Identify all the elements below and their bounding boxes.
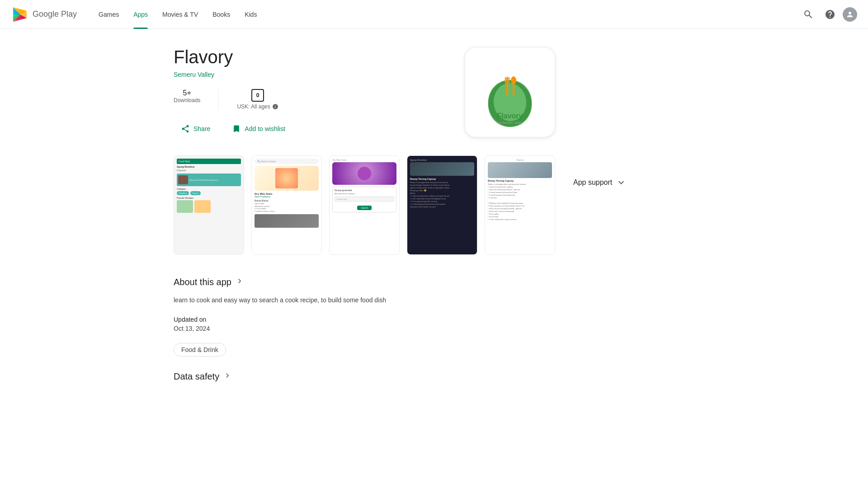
wishlist-button[interactable]: Add to wishlist (225, 121, 292, 137)
updated-date: Oct 13, 2024 (174, 325, 555, 332)
wishlist-icon (232, 124, 241, 133)
about-arrow[interactable] (235, 277, 244, 288)
app-info-section: Flavory Semeru Valley 5+ Downloads 0 USK… (174, 47, 555, 137)
usk-stat: 0 USK: All ages (237, 89, 278, 110)
stats-divider (218, 89, 219, 110)
share-button[interactable]: Share (174, 121, 217, 137)
share-icon (181, 124, 190, 133)
nav-item-kids[interactable]: Kids (237, 0, 264, 29)
content-layout: Flavory Semeru Valley 5+ Downloads 0 USK… (174, 47, 694, 389)
usk-badge: 0 (251, 89, 264, 102)
app-details: Flavory Semeru Valley 5+ Downloads 0 USK… (174, 47, 447, 137)
content-main: Flavory Semeru Valley 5+ Downloads 0 USK… (174, 47, 555, 389)
info-icon (272, 103, 278, 110)
screenshot-2[interactable]: 🔍 Search recipes Dry Mee Siam Asian Food… (251, 155, 322, 255)
svg-text:by Semeru Valley: by Semeru Valley (498, 121, 523, 125)
app-title: Flavory (174, 47, 447, 67)
app-stats: 5+ Downloads 0 USK: All ages (174, 89, 447, 110)
data-safety-title: Data safety (174, 371, 219, 382)
data-safety-section: Data safety (174, 371, 555, 382)
downloads-value: 5+ (183, 89, 191, 97)
about-header: About this app (174, 277, 555, 288)
screenshot-3[interactable]: Dry Mee Siam Resep generated Masukan Nam… (329, 155, 400, 255)
downloads-stat: 5+ Downloads (174, 89, 200, 110)
nav-item-books[interactable]: Books (205, 0, 237, 29)
svg-text:Flavory: Flavory (497, 112, 523, 120)
play-logo-icon (11, 5, 29, 23)
updated-section: Updated on Oct 13, 2024 (174, 316, 555, 332)
data-safety-arrow[interactable] (223, 371, 232, 382)
share-label: Share (193, 125, 210, 132)
category-tag[interactable]: Food & Drink (174, 343, 226, 357)
app-icon-container: Flavory by Semeru Valley (465, 47, 555, 137)
screenshot-5[interactable]: Flavory Resep Terong Capcay Bahan ini me… (485, 155, 555, 255)
logo-text: Google Play (33, 9, 77, 19)
help-icon (825, 9, 835, 20)
google-play-logo[interactable]: Google Play (11, 5, 77, 23)
help-button[interactable] (821, 5, 839, 23)
avatar-icon (846, 10, 854, 19)
screenshot-4[interactable]: Agung Rumekse Resep Terong Capcay Resep … (407, 155, 477, 255)
support-header[interactable]: App support (573, 174, 718, 192)
nav-item-movies[interactable]: Movies & TV (155, 0, 205, 29)
action-buttons: Share Add to wishlist (174, 121, 447, 137)
usk-info: USK: All ages (237, 103, 278, 110)
search-button[interactable] (799, 5, 817, 23)
app-support-section: App support (573, 174, 718, 192)
downloads-label: Downloads (174, 97, 200, 103)
app-developer[interactable]: Semeru Valley (174, 71, 447, 78)
nav-item-apps[interactable]: Apps (126, 0, 155, 29)
svg-point-13 (511, 76, 516, 84)
nav-item-games[interactable]: Games (91, 0, 126, 29)
user-avatar[interactable] (843, 7, 857, 22)
app-icon: Flavory by Semeru Valley (465, 47, 555, 137)
support-chevron-icon (616, 177, 627, 188)
data-safety-header: Data safety (174, 371, 555, 382)
data-safety-arrow-icon (223, 371, 232, 380)
app-description: learn to cook and easy way to search a c… (174, 295, 555, 305)
screenshots-section: Good Night Agung Rumekse Featured Barbec… (174, 155, 555, 258)
main-content: Flavory Semeru Valley 5+ Downloads 0 USK… (163, 29, 705, 408)
arrow-right-icon (235, 277, 244, 286)
about-section: About this app learn to cook and easy wa… (174, 277, 555, 357)
usk-label: USK: All ages (237, 103, 270, 110)
screenshot-1[interactable]: Good Night Agung Rumekse Featured Barbec… (174, 155, 244, 255)
wishlist-label: Add to wishlist (245, 125, 285, 132)
about-title: About this app (174, 277, 231, 287)
header: Google Play Games Apps Movies & TV Books… (0, 0, 868, 29)
flavory-logo-icon: Flavory by Semeru Valley (474, 52, 546, 133)
search-icon (803, 9, 814, 20)
header-actions (799, 5, 857, 23)
updated-label: Updated on (174, 316, 555, 323)
content-sidebar: App support (573, 47, 718, 389)
main-nav: Games Apps Movies & TV Books Kids (91, 0, 799, 29)
support-title: App support (573, 178, 612, 187)
